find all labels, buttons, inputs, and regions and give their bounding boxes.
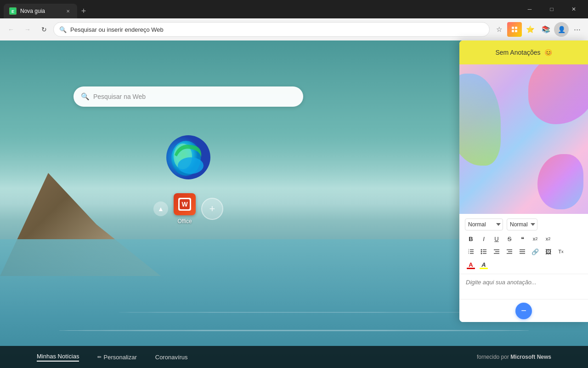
title-bar: E Nova guia ✕ + ─ □ ✕ — [0, 0, 588, 18]
search-box-container: 🔍 Pesquisar na Web — [74, 86, 303, 107]
nav-bar: ← → ↻ 🔍 Pesquisar ou inserir endereço We… — [0, 18, 588, 40]
new-tab-button[interactable]: + — [77, 5, 90, 17]
underline-button[interactable]: U — [491, 233, 503, 244]
format-buttons-row-2: 123 🔗 🖼 Tx — [465, 246, 582, 257]
svg-point-18 — [481, 249, 482, 251]
refresh-button[interactable]: ↻ — [37, 22, 51, 37]
back-button[interactable]: ← — [4, 22, 18, 37]
bold-button[interactable]: B — [465, 233, 477, 244]
favorites-button[interactable]: ☆ — [492, 22, 506, 37]
close-button[interactable]: ✕ — [563, 2, 584, 17]
new-tab-content: 🔍 Pesquisar na Web — [0, 40, 377, 368]
quote-button[interactable]: ❝ — [516, 233, 528, 244]
unordered-list-button[interactable] — [478, 246, 490, 257]
format-selects: Normal Heading 1 Heading 2 Normal Small … — [465, 218, 582, 230]
tab-title: Nova guia — [20, 8, 61, 14]
annotation-header-emoji: 😊 — [544, 49, 552, 56]
svg-point-19 — [481, 251, 482, 253]
superscript-button[interactable]: x2 — [542, 233, 554, 244]
format-type-select[interactable]: Normal Heading 1 Heading 2 — [465, 218, 503, 230]
bottom-nav-news-label: Minhas Notícias — [37, 353, 79, 360]
minimize-button[interactable]: ─ — [519, 2, 540, 17]
svg-point-20 — [481, 253, 482, 254]
annotation-panel: Sem Anotações 😊 Normal Heading 1 Heading… — [459, 40, 588, 322]
search-box[interactable]: 🔍 Pesquisar na Web — [74, 86, 303, 107]
svg-text:3: 3 — [468, 252, 469, 254]
svg-rect-5 — [515, 30, 517, 32]
address-bar-text: Pesquisar ou inserir endereço Web — [70, 26, 484, 33]
blob-3 — [537, 154, 583, 209]
edit-icon: ✏ — [97, 354, 102, 360]
window-controls: ─ □ ✕ — [519, 2, 584, 17]
svg-text:E: E — [11, 9, 14, 14]
svg-point-9 — [178, 157, 204, 174]
office-icon-inner: W — [178, 198, 191, 211]
browser-content: 🔍 Pesquisar na Web — [0, 40, 588, 368]
indent-decrease-button[interactable] — [491, 246, 503, 257]
bottom-nav-customize-label: Personalizar — [103, 354, 136, 361]
tab-area: E Nova guia ✕ + — [4, 0, 517, 18]
annotation-header-label: Sem Anotações — [495, 49, 540, 56]
edge-logo — [165, 134, 211, 180]
svg-rect-2 — [512, 27, 514, 29]
profile-button[interactable]: 👤 — [554, 22, 569, 37]
tab-close-button[interactable]: ✕ — [64, 7, 72, 15]
bottom-nav-customize[interactable]: ✏ Personalizar — [97, 354, 136, 361]
svg-text:W: W — [181, 201, 188, 208]
italic-button[interactable]: I — [478, 233, 490, 244]
add-shortcut-button[interactable]: + — [201, 198, 223, 220]
svg-rect-4 — [512, 30, 514, 32]
address-search-icon: 🔍 — [59, 26, 67, 33]
collections-button[interactable] — [507, 22, 522, 37]
annotation-editor: Normal Heading 1 Heading 2 Normal Small … — [459, 214, 588, 299]
active-tab[interactable]: E Nova guia ✕ — [4, 4, 77, 18]
annotation-toolbar: Normal Heading 1 Heading 2 Normal Small … — [459, 214, 588, 274]
search-box-placeholder: Pesquisar na Web — [93, 93, 146, 100]
image-button[interactable]: 🖼 — [542, 246, 554, 257]
bottom-nav-coronavirus-label: Coronavírus — [155, 354, 188, 361]
nav-actions: ☆ ⭐ 📚 👤 ⋯ — [492, 22, 584, 37]
edge-logo-area: ▲ W Office + — [153, 134, 223, 224]
office-icon: W — [174, 193, 196, 215]
ordered-list-button[interactable]: 123 — [465, 246, 477, 257]
bottom-bar: Minhas Notícias ✏ Personalizar Coronavír… — [0, 346, 588, 368]
search-icon: 🔍 — [81, 92, 90, 101]
scroll-up-button[interactable]: ▲ — [153, 201, 168, 216]
settings-button[interactable]: ⋯ — [570, 22, 584, 37]
link-button[interactable]: 🔗 — [529, 246, 541, 257]
provider-text: fornecido por Microsoft News — [477, 354, 551, 360]
favorites-list-button[interactable]: ⭐ — [523, 22, 537, 37]
blob-2 — [459, 74, 501, 166]
align-button[interactable] — [516, 246, 528, 257]
subscript-button[interactable]: x2 — [529, 233, 541, 244]
office-shortcut[interactable]: W Office — [174, 193, 196, 224]
annotation-header: Sem Anotações 😊 — [459, 40, 588, 64]
indent-increase-button[interactable] — [503, 246, 515, 257]
forward-button[interactable]: → — [20, 22, 35, 37]
svg-rect-3 — [515, 27, 517, 29]
highlight-button[interactable]: A — [478, 259, 490, 270]
address-bar[interactable]: 🔍 Pesquisar ou inserir endereço Web — [53, 22, 490, 37]
format-size-select[interactable]: Normal Small Large — [507, 218, 537, 230]
blob-1 — [528, 64, 588, 124]
format-buttons-row-3: A A — [465, 259, 582, 270]
bottom-nav-news[interactable]: Minhas Notícias — [37, 353, 79, 362]
bottom-nav-coronavirus[interactable]: Coronavírus — [155, 354, 188, 361]
maximize-button[interactable]: □ — [541, 2, 562, 17]
strikethrough-button[interactable]: S — [503, 233, 515, 244]
clear-format-button[interactable]: Tx — [555, 246, 567, 257]
office-label: Office — [177, 218, 192, 224]
tab-favicon: E — [9, 7, 17, 15]
annotation-footer: − — [459, 299, 588, 322]
reading-list-button[interactable]: 📚 — [538, 22, 553, 37]
shortcuts-area: ▲ W Office + — [153, 193, 223, 224]
format-buttons-row-1: B I U S ❝ x2 x2 — [465, 233, 582, 244]
annotation-image-area — [459, 64, 588, 214]
annotation-textarea[interactable] — [459, 274, 588, 297]
font-color-button[interactable]: A — [465, 259, 477, 270]
delete-annotation-button[interactable]: − — [515, 303, 532, 319]
